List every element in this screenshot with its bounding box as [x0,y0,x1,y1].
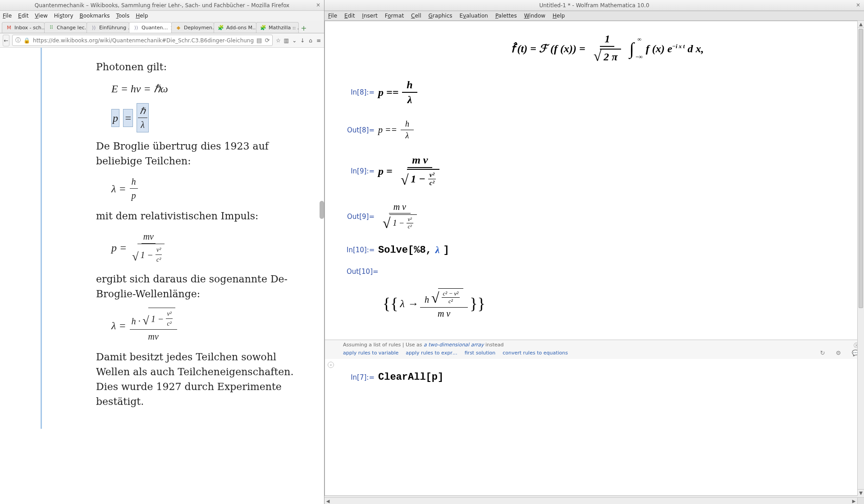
cell-out8: Out[8]= p ==hλ [347,118,846,141]
tab-favicon-icon: )) [133,25,139,31]
vscroll-thumb[interactable] [859,29,863,308]
reload-icon[interactable]: ⟳ [265,37,270,44]
cell-label-out8: Out[8]= [347,126,378,134]
menu-view[interactable]: View [35,13,47,19]
suggestion-link[interactable]: apply rules to variable [343,350,398,356]
cell-out10: Out[10]= [347,268,846,276]
scroll-left-icon[interactable]: ◀ [325,498,331,504]
article-p5: Damit besitzt jedes Teilchen sowohl Well… [96,350,306,409]
mathematica-notebook[interactable]: f̂ (t) = ℱ (f (x)) = 12 π ∫∞−∞ f (x) e−i… [325,21,864,496]
mm-menu-palettes[interactable]: Palettes [495,13,517,19]
cell-label-in7: In[7]:= [347,373,378,381]
tab-favicon-icon: M [6,25,12,31]
cell-out9: Out[9]= m v 1 − v²c² [347,201,846,232]
article-p3: mit dem relativistischen Impuls: [96,209,306,223]
tab-label: Mathzilla :: … [269,25,299,31]
browser-tab[interactable]: ))Quanten…× [129,22,172,33]
mm-menu-edit[interactable]: Edit [344,13,355,19]
reader-mode-icon[interactable]: ▤ [256,37,262,44]
article-p2: De Broglie übertrug dies 1923 auf belieb… [96,139,306,168]
browser-tab[interactable]: 🧩Mathzilla :: … [256,22,299,33]
browser-tab[interactable]: ⠿Change lec… [44,22,87,33]
eq-p-relativistic: p = mv 1 − v²c² [111,230,306,265]
resize-grip-icon[interactable] [857,497,864,504]
lock-icon[interactable]: 🔒 [23,37,30,44]
browser-tab[interactable]: ))Einführung … [87,22,129,33]
tab-label: Quanten… [142,25,168,31]
mm-menu-window[interactable]: Window [524,13,545,19]
firefox-viewport[interactable]: Photonen gilt: E = hν = ℏω p = ℏλ De Bro… [0,48,324,504]
solution-expr: {{ λ → h c² − v²c² m v }} [383,287,846,320]
eq-debroglie-lambda: λ = h · 1 − v²c² mv [111,308,306,343]
suggestion-alt-link[interactable]: a two-dimensional array [424,342,484,348]
tab-label: Einführung … [99,25,129,31]
cell-in10[interactable]: In[10]:= Solve[%8, λ] [347,244,846,256]
scroll-right-icon[interactable]: ▶ [850,498,857,504]
mm-menu-help[interactable]: Help [553,13,565,19]
scroll-down-icon[interactable]: ▼ [858,489,864,496]
suggestion-settings-icon[interactable]: ⚙ [836,350,841,356]
mathematica-title: Untitled-1 * - Wolfram Mathematica 10.0 [539,2,649,9]
cell-label-in10: In[10]:= [347,246,378,254]
url-bar[interactable]: ⓘ 🔒 https://de.wikibooks.org/wiki/Quante… [12,35,273,46]
firefox-menubar: File Edit View History Bookmarks Tools H… [0,11,324,21]
firefox-title-bar: Quantenmechanik – Wikibooks, Sammlung fr… [0,0,324,11]
cell-in9[interactable]: In[9]:= p = m v 1 − v²c² [347,153,846,189]
pocket-icon[interactable]: ⌄ [292,37,297,44]
tab-favicon-icon: ⠿ [48,25,55,31]
mm-menu-cell[interactable]: Cell [411,13,421,19]
hamburger-menu-icon[interactable]: ≡ [316,37,321,44]
menu-bookmarks[interactable]: Bookmarks [80,13,110,19]
new-cell-handle-icon[interactable]: + [328,362,334,368]
menu-history[interactable]: History [54,13,73,19]
mathematica-vscrollbar[interactable]: ▲ ▼ [857,21,864,496]
tab-favicon-icon: 🧩 [260,25,266,31]
cell-in8[interactable]: In[8]:= p ==hλ [347,78,846,107]
mm-menu-file[interactable]: File [328,13,337,19]
eq-energy: E = hν = ℏω [111,81,306,97]
mm-menu-evaluation[interactable]: Evaluation [460,13,488,19]
mm-menu-format[interactable]: Format [385,13,404,19]
scroll-up-icon[interactable]: ▲ [858,21,864,27]
menu-tools[interactable]: Tools [116,13,130,19]
bookmark-star-icon[interactable]: ☆ [275,37,281,44]
menu-help[interactable]: Help [136,13,148,19]
suggestion-refresh-icon[interactable]: ↻ [820,350,825,356]
tab-label: Inbox - sch… [14,25,45,31]
suggestion-hint: Assuming a list of rules | Use as a two-… [343,342,859,348]
browser-tab[interactable]: 🧩Add-ons M… [214,22,256,33]
url-text: https://de.wikibooks.org/wiki/Quantenmec… [33,37,254,44]
cell-label-out10: Out[10]= [347,268,378,276]
library-icon[interactable]: ▥ [283,37,289,44]
identity-icon[interactable]: ⓘ [15,36,21,44]
menu-edit[interactable]: Edit [18,13,28,19]
eq-lambda-hp: λ = hp [111,175,306,202]
menu-file[interactable]: File [3,13,12,19]
new-tab-button[interactable]: + [298,23,309,33]
mathematica-hscrollbar[interactable]: ◀ ▶ [325,497,857,504]
tab-favicon-icon: )) [91,25,97,31]
suggestion-link[interactable]: first solution [465,350,496,356]
back-button[interactable]: ← [3,35,9,46]
cell-in7[interactable]: In[7]:= ClearAll[p] [347,372,846,383]
browser-tab[interactable]: ◆Deploymen… [171,22,214,33]
firefox-close-icon[interactable]: × [316,2,320,8]
article-p4: ergibt sich daraus die sogenannte De-Bro… [96,272,306,301]
home-icon[interactable]: ⌂ [308,37,313,44]
mm-menu-insert[interactable]: Insert [362,13,377,19]
cell-label-in8: In[8]:= [347,88,378,96]
tab-favicon-icon: 🧩 [218,25,224,31]
downloads-icon[interactable]: ↓ [300,37,305,44]
mm-menu-graphics[interactable]: Graphics [429,13,453,19]
firefox-tab-strip: MInbox - sch…⠿Change lec…))Einführung …)… [0,21,324,33]
cell-label-in9: In[9]:= [347,167,378,175]
suggestion-link[interactable]: convert rules to equations [503,350,568,356]
suggestion-link[interactable]: apply rules to expr… [406,350,457,356]
mathematica-close-icon[interactable]: × [856,2,860,8]
article-content: Photonen gilt: E = hν = ℏω p = ℏλ De Bro… [41,48,312,429]
mathematica-menubar: File Edit Insert Format Cell Graphics Ev… [325,11,864,21]
mathematica-area: f̂ (t) = ℱ (f (x)) = 12 π ∫∞−∞ f (x) e−i… [325,21,864,504]
tab-label: Change lec… [57,25,87,31]
firefox-scroll-thumb[interactable] [320,201,324,219]
browser-tab[interactable]: MInbox - sch… [2,22,45,33]
